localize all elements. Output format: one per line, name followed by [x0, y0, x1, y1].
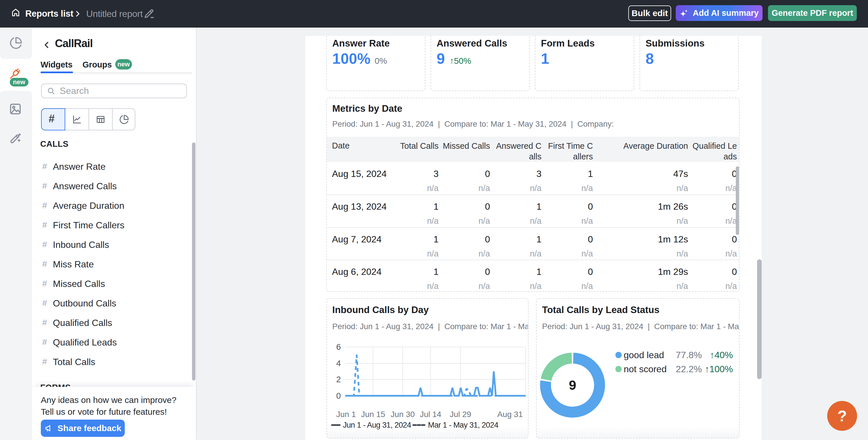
svg-text:9: 9: [569, 378, 576, 393]
svg-text:4: 4: [336, 359, 341, 368]
svg-text:↑100%: ↑100%: [705, 364, 733, 374]
svg-text:2: 2: [336, 375, 341, 384]
svg-text:↑40%: ↑40%: [710, 350, 733, 360]
svg-text:not scored: not scored: [624, 364, 666, 374]
svg-text:good lead: good lead: [624, 350, 664, 360]
svg-text:Jun 1: Jun 1: [336, 410, 356, 419]
svg-text:6: 6: [336, 342, 341, 351]
svg-text:Jun 15: Jun 15: [361, 410, 385, 419]
svg-text:Jun 30: Jun 30: [391, 410, 415, 419]
svg-text:Jul 29: Jul 29: [450, 410, 471, 419]
svg-text:0: 0: [336, 391, 341, 400]
svg-text:77.8%: 77.8%: [676, 350, 702, 360]
svg-text:22.2%: 22.2%: [676, 364, 702, 374]
svg-text:Jul 14: Jul 14: [420, 410, 441, 419]
svg-text:Aug 31: Aug 31: [497, 410, 523, 419]
